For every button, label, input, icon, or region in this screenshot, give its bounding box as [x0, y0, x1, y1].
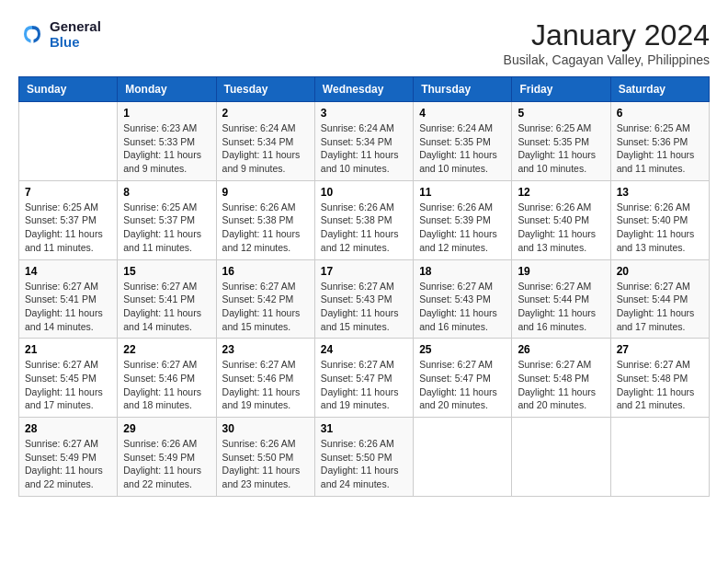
day-number: 16 — [222, 265, 309, 278]
day-number: 25 — [419, 343, 506, 356]
table-row: 22 Sunrise: 6:27 AMSunset: 5:46 PMDaylig… — [118, 339, 216, 418]
day-info: Sunrise: 6:24 AMSunset: 5:35 PMDaylight:… — [419, 121, 506, 176]
logo-icon — [18, 20, 46, 48]
calendar-week-row: 14 Sunrise: 6:27 AMSunset: 5:41 PMDaylig… — [19, 259, 710, 339]
table-row: 11 Sunrise: 6:26 AMSunset: 5:39 PMDaylig… — [414, 180, 512, 259]
table-row: 6 Sunrise: 6:25 AMSunset: 5:36 PMDayligh… — [610, 102, 709, 181]
day-info: Sunrise: 6:27 AMSunset: 5:41 PMDaylight:… — [123, 280, 210, 334]
table-row: 7 Sunrise: 6:25 AMSunset: 5:37 PMDayligh… — [19, 180, 118, 259]
table-row: 18 Sunrise: 6:27 AMSunset: 5:43 PMDaylig… — [414, 259, 512, 339]
day-info: Sunrise: 6:25 AMSunset: 5:37 PMDaylight:… — [123, 201, 210, 255]
table-row: 1 Sunrise: 6:23 AMSunset: 5:33 PMDayligh… — [118, 102, 216, 181]
day-number: 4 — [419, 107, 506, 120]
day-info: Sunrise: 6:26 AMSunset: 5:38 PMDaylight:… — [222, 201, 309, 255]
table-row: 9 Sunrise: 6:26 AMSunset: 5:38 PMDayligh… — [216, 180, 314, 259]
calendar-table: Sunday Monday Tuesday Wednesday Thursday… — [18, 76, 710, 497]
day-info: Sunrise: 6:25 AMSunset: 5:36 PMDaylight:… — [617, 121, 703, 176]
table-row: 20 Sunrise: 6:27 AMSunset: 5:44 PMDaylig… — [610, 259, 709, 339]
day-number: 5 — [518, 107, 604, 120]
day-number: 8 — [123, 186, 210, 199]
day-number: 19 — [518, 265, 604, 278]
day-info: Sunrise: 6:25 AMSunset: 5:35 PMDaylight:… — [518, 121, 604, 176]
table-row: 15 Sunrise: 6:27 AMSunset: 5:41 PMDaylig… — [118, 259, 216, 339]
day-info: Sunrise: 6:24 AMSunset: 5:34 PMDaylight:… — [321, 121, 407, 176]
calendar-header-row: Sunday Monday Tuesday Wednesday Thursday… — [19, 77, 710, 102]
calendar-title: January 2024 — [504, 18, 710, 52]
day-info: Sunrise: 6:23 AMSunset: 5:33 PMDaylight:… — [123, 121, 210, 176]
day-number: 9 — [222, 186, 309, 199]
day-number: 12 — [518, 186, 604, 199]
day-number: 15 — [123, 265, 210, 278]
day-number: 21 — [25, 343, 111, 356]
day-number: 6 — [617, 107, 703, 120]
table-row: 30 Sunrise: 6:26 AMSunset: 5:50 PMDaylig… — [216, 418, 314, 497]
day-info: Sunrise: 6:26 AMSunset: 5:50 PMDaylight:… — [321, 437, 407, 491]
day-info: Sunrise: 6:27 AMSunset: 5:44 PMDaylight:… — [617, 280, 703, 334]
table-row: 10 Sunrise: 6:26 AMSunset: 5:38 PMDaylig… — [314, 180, 413, 259]
table-row: 21 Sunrise: 6:27 AMSunset: 5:45 PMDaylig… — [19, 339, 118, 418]
calendar-week-row: 28 Sunrise: 6:27 AMSunset: 5:49 PMDaylig… — [19, 418, 710, 497]
day-info: Sunrise: 6:25 AMSunset: 5:37 PMDaylight:… — [25, 201, 111, 255]
header-monday: Monday — [118, 77, 216, 102]
day-info: Sunrise: 6:26 AMSunset: 5:40 PMDaylight:… — [518, 201, 604, 255]
day-number: 24 — [321, 343, 407, 356]
table-row: 5 Sunrise: 6:25 AMSunset: 5:35 PMDayligh… — [512, 102, 610, 181]
day-info: Sunrise: 6:26 AMSunset: 5:40 PMDaylight:… — [617, 201, 703, 255]
table-row: 8 Sunrise: 6:25 AMSunset: 5:37 PMDayligh… — [118, 180, 216, 259]
day-number: 13 — [617, 186, 703, 199]
table-row: 3 Sunrise: 6:24 AMSunset: 5:34 PMDayligh… — [314, 102, 413, 181]
header-sunday: Sunday — [19, 77, 118, 102]
table-row: 27 Sunrise: 6:27 AMSunset: 5:48 PMDaylig… — [610, 339, 709, 418]
table-row: 19 Sunrise: 6:27 AMSunset: 5:44 PMDaylig… — [512, 259, 610, 339]
day-info: Sunrise: 6:27 AMSunset: 5:43 PMDaylight:… — [419, 280, 506, 334]
table-row — [414, 418, 512, 497]
day-info: Sunrise: 6:27 AMSunset: 5:46 PMDaylight:… — [123, 358, 210, 412]
table-row — [610, 418, 709, 497]
table-row: 17 Sunrise: 6:27 AMSunset: 5:43 PMDaylig… — [314, 259, 413, 339]
logo-text: General Blue — [50, 18, 101, 50]
day-number: 11 — [419, 186, 506, 199]
day-info: Sunrise: 6:27 AMSunset: 5:48 PMDaylight:… — [617, 358, 703, 412]
day-info: Sunrise: 6:27 AMSunset: 5:42 PMDaylight:… — [222, 280, 309, 334]
day-number: 29 — [123, 422, 210, 435]
header-thursday: Thursday — [414, 77, 512, 102]
table-row: 4 Sunrise: 6:24 AMSunset: 5:35 PMDayligh… — [414, 102, 512, 181]
day-number: 20 — [617, 265, 703, 278]
day-info: Sunrise: 6:27 AMSunset: 5:47 PMDaylight:… — [419, 358, 506, 412]
day-number: 26 — [518, 343, 604, 356]
svg-rect-0 — [18, 20, 46, 48]
day-number: 10 — [321, 186, 407, 199]
table-row: 16 Sunrise: 6:27 AMSunset: 5:42 PMDaylig… — [216, 259, 314, 339]
table-row: 31 Sunrise: 6:26 AMSunset: 5:50 PMDaylig… — [314, 418, 413, 497]
day-number: 28 — [25, 422, 111, 435]
page-header: General Blue January 2024 Busilak, Cagay… — [18, 18, 710, 67]
calendar-week-row: 21 Sunrise: 6:27 AMSunset: 5:45 PMDaylig… — [19, 339, 710, 418]
day-info: Sunrise: 6:26 AMSunset: 5:50 PMDaylight:… — [222, 437, 309, 491]
day-info: Sunrise: 6:24 AMSunset: 5:34 PMDaylight:… — [222, 121, 309, 176]
table-row — [19, 102, 118, 181]
day-number: 22 — [123, 343, 210, 356]
day-number: 1 — [123, 107, 210, 120]
day-info: Sunrise: 6:27 AMSunset: 5:41 PMDaylight:… — [25, 280, 111, 334]
table-row: 13 Sunrise: 6:26 AMSunset: 5:40 PMDaylig… — [610, 180, 709, 259]
table-row: 24 Sunrise: 6:27 AMSunset: 5:47 PMDaylig… — [314, 339, 413, 418]
day-info: Sunrise: 6:26 AMSunset: 5:49 PMDaylight:… — [123, 437, 210, 491]
day-number: 23 — [222, 343, 309, 356]
day-number: 14 — [25, 265, 111, 278]
logo: General Blue — [18, 18, 101, 50]
table-row: 29 Sunrise: 6:26 AMSunset: 5:49 PMDaylig… — [118, 418, 216, 497]
header-saturday: Saturday — [610, 77, 709, 102]
header-friday: Friday — [512, 77, 610, 102]
day-info: Sunrise: 6:27 AMSunset: 5:43 PMDaylight:… — [321, 280, 407, 334]
day-info: Sunrise: 6:27 AMSunset: 5:48 PMDaylight:… — [518, 358, 604, 412]
table-row: 12 Sunrise: 6:26 AMSunset: 5:40 PMDaylig… — [512, 180, 610, 259]
day-info: Sunrise: 6:27 AMSunset: 5:47 PMDaylight:… — [321, 358, 407, 412]
day-number: 27 — [617, 343, 703, 356]
calendar-week-row: 7 Sunrise: 6:25 AMSunset: 5:37 PMDayligh… — [19, 180, 710, 259]
table-row: 23 Sunrise: 6:27 AMSunset: 5:46 PMDaylig… — [216, 339, 314, 418]
title-block: January 2024 Busilak, Cagayan Valley, Ph… — [504, 18, 710, 67]
calendar-subtitle: Busilak, Cagayan Valley, Philippines — [504, 52, 710, 67]
table-row — [512, 418, 610, 497]
day-info: Sunrise: 6:27 AMSunset: 5:49 PMDaylight:… — [25, 437, 111, 491]
header-wednesday: Wednesday — [314, 77, 413, 102]
